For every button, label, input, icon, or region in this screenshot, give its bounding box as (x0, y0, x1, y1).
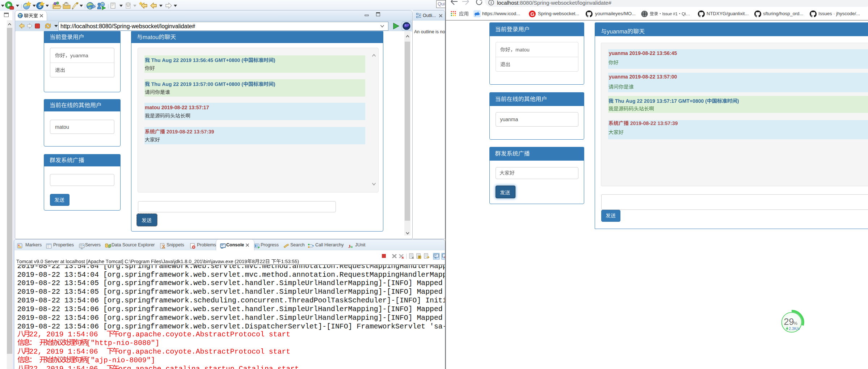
svg-text:29: 29 (784, 317, 794, 327)
svg-text:u: u (350, 244, 353, 249)
svg-text:%: % (793, 321, 797, 326)
svg-text:2.3K/s: 2.3K/s (789, 326, 800, 331)
